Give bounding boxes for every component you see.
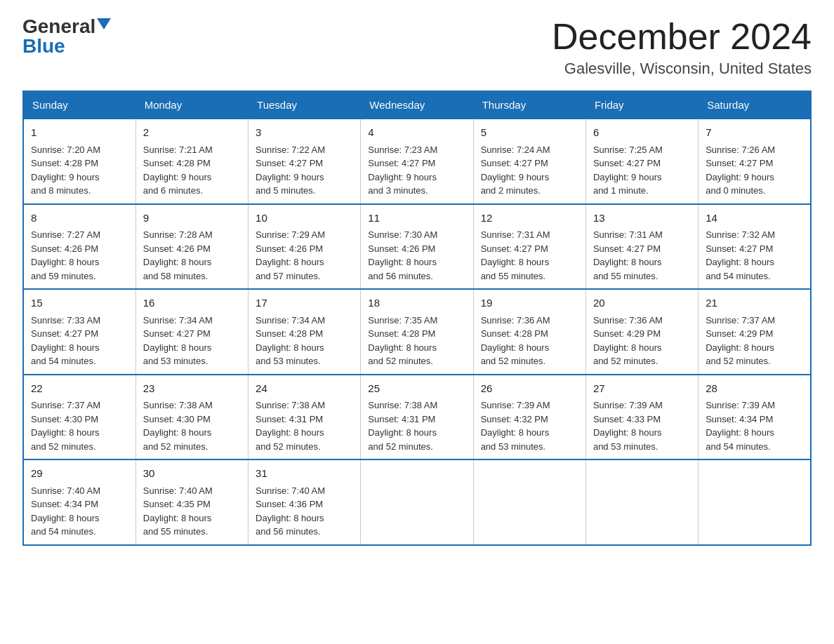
- day-number: 28: [706, 381, 803, 397]
- day-number: 12: [481, 210, 578, 227]
- day-info: Sunrise: 7:38 AMSunset: 4:30 PMDaylight:…: [143, 400, 213, 452]
- day-info: Sunrise: 7:20 AMSunset: 4:28 PMDaylight:…: [31, 145, 100, 196]
- day-info: Sunrise: 7:40 AMSunset: 4:35 PMDaylight:…: [143, 485, 213, 537]
- calendar-day-cell: 19Sunrise: 7:36 AMSunset: 4:28 PMDayligh…: [473, 289, 585, 375]
- day-info: Sunrise: 7:39 AMSunset: 4:34 PMDaylight:…: [706, 400, 775, 452]
- day-info: Sunrise: 7:24 AMSunset: 4:27 PMDaylight:…: [481, 145, 550, 196]
- day-info: Sunrise: 7:31 AMSunset: 4:27 PMDaylight:…: [481, 229, 550, 281]
- day-info: Sunrise: 7:26 AMSunset: 4:27 PMDaylight:…: [706, 145, 775, 196]
- calendar-header-cell: Saturday: [699, 91, 811, 119]
- day-number: 1: [31, 125, 128, 141]
- day-info: Sunrise: 7:39 AMSunset: 4:32 PMDaylight:…: [481, 400, 550, 452]
- day-info: Sunrise: 7:36 AMSunset: 4:28 PMDaylight:…: [481, 315, 550, 367]
- calendar-day-cell: 3Sunrise: 7:22 AMSunset: 4:27 PMDaylight…: [249, 119, 361, 204]
- day-number: 2: [143, 125, 241, 141]
- calendar-day-cell: 11Sunrise: 7:30 AMSunset: 4:26 PMDayligh…: [361, 204, 473, 290]
- calendar-table: SundayMondayTuesdayWednesdayThursdayFrid…: [22, 90, 812, 546]
- day-info: Sunrise: 7:21 AMSunset: 4:28 PMDaylight:…: [143, 145, 213, 196]
- calendar-day-cell: 30Sunrise: 7:40 AMSunset: 4:35 PMDayligh…: [135, 459, 248, 545]
- day-number: 27: [593, 381, 691, 397]
- day-info: Sunrise: 7:29 AMSunset: 4:26 PMDaylight:…: [256, 229, 325, 281]
- logo-general-text: General: [22, 17, 95, 36]
- day-info: Sunrise: 7:31 AMSunset: 4:27 PMDaylight:…: [593, 229, 663, 281]
- day-number: 10: [256, 210, 353, 227]
- main-title: December 2024: [552, 17, 812, 57]
- calendar-body: 1Sunrise: 7:20 AMSunset: 4:28 PMDaylight…: [23, 119, 811, 545]
- calendar-day-cell: 10Sunrise: 7:29 AMSunset: 4:26 PMDayligh…: [249, 204, 361, 290]
- calendar-header-cell: Thursday: [473, 91, 585, 119]
- day-info: Sunrise: 7:39 AMSunset: 4:33 PMDaylight:…: [593, 400, 663, 452]
- day-info: Sunrise: 7:40 AMSunset: 4:34 PMDaylight:…: [31, 485, 100, 537]
- calendar-day-cell: 18Sunrise: 7:35 AMSunset: 4:28 PMDayligh…: [361, 289, 473, 375]
- day-number: 16: [143, 295, 241, 311]
- calendar-day-cell: 12Sunrise: 7:31 AMSunset: 4:27 PMDayligh…: [473, 204, 585, 290]
- calendar-day-cell: 5Sunrise: 7:24 AMSunset: 4:27 PMDaylight…: [473, 119, 585, 204]
- calendar-header: SundayMondayTuesdayWednesdayThursdayFrid…: [23, 91, 811, 119]
- title-block: December 2024 Galesville, Wisconsin, Uni…: [552, 17, 812, 78]
- calendar-day-cell: [473, 459, 585, 545]
- calendar-day-cell: 6Sunrise: 7:25 AMSunset: 4:27 PMDaylight…: [585, 119, 698, 204]
- day-number: 26: [481, 381, 578, 397]
- day-number: 14: [706, 210, 803, 227]
- calendar-day-cell: 23Sunrise: 7:38 AMSunset: 4:30 PMDayligh…: [135, 375, 248, 460]
- day-number: 21: [706, 295, 803, 311]
- day-number: 11: [368, 210, 465, 227]
- day-number: 17: [256, 295, 353, 311]
- calendar-day-cell: 29Sunrise: 7:40 AMSunset: 4:34 PMDayligh…: [23, 459, 135, 545]
- day-info: Sunrise: 7:36 AMSunset: 4:29 PMDaylight:…: [593, 315, 663, 367]
- calendar-day-cell: 25Sunrise: 7:38 AMSunset: 4:31 PMDayligh…: [361, 375, 473, 460]
- page-header: General Blue December 2024 Galesville, W…: [22, 17, 812, 78]
- day-number: 8: [31, 210, 128, 227]
- calendar-day-cell: 14Sunrise: 7:32 AMSunset: 4:27 PMDayligh…: [699, 204, 811, 290]
- day-info: Sunrise: 7:22 AMSunset: 4:27 PMDaylight:…: [256, 145, 325, 196]
- day-number: 18: [368, 295, 465, 311]
- day-number: 7: [706, 125, 803, 141]
- calendar-day-cell: 20Sunrise: 7:36 AMSunset: 4:29 PMDayligh…: [585, 289, 698, 375]
- day-info: Sunrise: 7:25 AMSunset: 4:27 PMDaylight:…: [593, 145, 663, 196]
- day-info: Sunrise: 7:32 AMSunset: 4:27 PMDaylight:…: [706, 229, 775, 281]
- day-info: Sunrise: 7:35 AMSunset: 4:28 PMDaylight:…: [368, 315, 437, 367]
- calendar-header-cell: Tuesday: [249, 91, 361, 119]
- day-number: 4: [368, 125, 465, 141]
- day-number: 5: [481, 125, 578, 141]
- day-info: Sunrise: 7:33 AMSunset: 4:27 PMDaylight:…: [31, 315, 100, 367]
- day-number: 29: [31, 466, 128, 482]
- day-number: 30: [143, 466, 241, 482]
- calendar-day-cell: 26Sunrise: 7:39 AMSunset: 4:32 PMDayligh…: [473, 375, 585, 460]
- calendar-day-cell: 4Sunrise: 7:23 AMSunset: 4:27 PMDaylight…: [361, 119, 473, 204]
- day-number: 19: [481, 295, 578, 311]
- calendar-week-row: 22Sunrise: 7:37 AMSunset: 4:30 PMDayligh…: [23, 375, 811, 460]
- calendar-week-row: 29Sunrise: 7:40 AMSunset: 4:34 PMDayligh…: [23, 459, 811, 545]
- day-number: 31: [256, 466, 353, 482]
- calendar-week-row: 8Sunrise: 7:27 AMSunset: 4:26 PMDaylight…: [23, 204, 811, 290]
- day-info: Sunrise: 7:37 AMSunset: 4:29 PMDaylight:…: [706, 315, 775, 367]
- day-number: 20: [593, 295, 691, 311]
- day-number: 25: [368, 381, 465, 397]
- logo-triangle-icon: [97, 18, 111, 29]
- calendar-day-cell: 22Sunrise: 7:37 AMSunset: 4:30 PMDayligh…: [23, 375, 135, 460]
- calendar-day-cell: 17Sunrise: 7:34 AMSunset: 4:28 PMDayligh…: [249, 289, 361, 375]
- day-number: 9: [143, 210, 241, 227]
- calendar-day-cell: 1Sunrise: 7:20 AMSunset: 4:28 PMDaylight…: [23, 119, 135, 204]
- day-info: Sunrise: 7:38 AMSunset: 4:31 PMDaylight:…: [368, 400, 437, 452]
- calendar-day-cell: 31Sunrise: 7:40 AMSunset: 4:36 PMDayligh…: [249, 459, 361, 545]
- calendar-day-cell: 13Sunrise: 7:31 AMSunset: 4:27 PMDayligh…: [585, 204, 698, 290]
- calendar-day-cell: [585, 459, 698, 545]
- day-info: Sunrise: 7:40 AMSunset: 4:36 PMDaylight:…: [256, 485, 325, 537]
- day-info: Sunrise: 7:28 AMSunset: 4:26 PMDaylight:…: [143, 229, 213, 281]
- subtitle: Galesville, Wisconsin, United States: [552, 60, 812, 78]
- calendar-week-row: 1Sunrise: 7:20 AMSunset: 4:28 PMDaylight…: [23, 119, 811, 204]
- calendar-day-cell: 24Sunrise: 7:38 AMSunset: 4:31 PMDayligh…: [249, 375, 361, 460]
- calendar-day-cell: 15Sunrise: 7:33 AMSunset: 4:27 PMDayligh…: [23, 289, 135, 375]
- day-number: 22: [31, 381, 128, 397]
- day-info: Sunrise: 7:37 AMSunset: 4:30 PMDaylight:…: [31, 400, 100, 452]
- calendar-week-row: 15Sunrise: 7:33 AMSunset: 4:27 PMDayligh…: [23, 289, 811, 375]
- calendar-day-cell: 21Sunrise: 7:37 AMSunset: 4:29 PMDayligh…: [699, 289, 811, 375]
- calendar-day-cell: [361, 459, 473, 545]
- calendar-day-cell: 7Sunrise: 7:26 AMSunset: 4:27 PMDaylight…: [699, 119, 811, 204]
- day-info: Sunrise: 7:23 AMSunset: 4:27 PMDaylight:…: [368, 145, 437, 196]
- day-info: Sunrise: 7:34 AMSunset: 4:28 PMDaylight:…: [256, 315, 325, 367]
- day-info: Sunrise: 7:30 AMSunset: 4:26 PMDaylight:…: [368, 229, 437, 281]
- day-number: 3: [256, 125, 353, 141]
- day-number: 13: [593, 210, 691, 227]
